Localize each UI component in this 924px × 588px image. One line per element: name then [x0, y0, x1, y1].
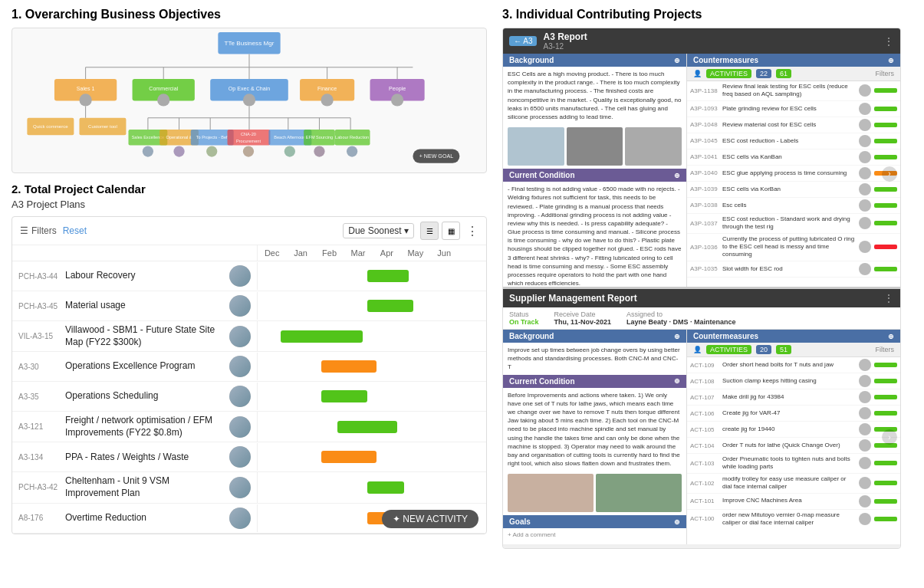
supplier-add-comment[interactable]: + Add a comment: [503, 528, 686, 541]
a3-more-icon[interactable]: ⋮: [883, 35, 894, 48]
list-item[interactable]: ACT-108 Suction clamp keeps hitting casi…: [687, 373, 900, 389]
activity-bar: [874, 499, 897, 504]
supplier-right-col: Countermeasures ⊕ 👤 ACTIVITIES 20 51 Fil…: [687, 330, 900, 544]
month-may: May: [401, 245, 429, 261]
list-item[interactable]: ACT-101 Improve CNC Machines Area: [687, 494, 900, 510]
list-item[interactable]: ACT-104 Order T nuts for lathe (Quick Ch…: [687, 438, 900, 454]
gantt-bar: [321, 451, 377, 463]
section2-title: 2. Total Project Calendar: [12, 182, 487, 195]
svg-point-55: [206, 146, 217, 156]
activity-bar: [874, 203, 897, 208]
svg-point-23: [391, 94, 403, 106]
activity-id: ACT-109: [690, 362, 719, 369]
table-row[interactable]: PCH-A3-45 Material usage: [12, 291, 486, 321]
reset-link[interactable]: Reset: [63, 225, 87, 236]
table-row[interactable]: A3-121 Freight / network optimisation / …: [12, 412, 486, 442]
table-row[interactable]: A8-176 Overtime Reduction ✦ NEW ACTIVITY: [12, 504, 486, 534]
list-item[interactable]: ACT-105 create jig for 19440: [687, 422, 900, 438]
avatar: [229, 446, 251, 468]
list-item[interactable]: A3P-1039 ESC cells via KorBan: [687, 182, 900, 198]
new-activity-button[interactable]: ✦ NEW ACTIVITY: [382, 510, 478, 528]
avatar: [859, 241, 871, 253]
filter-icon: ☰: [20, 225, 28, 236]
list-item[interactable]: ACT-107 Make drill jig for 43984: [687, 389, 900, 406]
project-id: A3-121: [18, 422, 61, 431]
project-left: PCH-A3-44 Labour Recovery: [12, 262, 258, 290]
table-row[interactable]: A3-134 PPA - Rates / Weights / Waste: [12, 442, 486, 472]
list-item[interactable]: A3P-1038 Esc cells: [687, 198, 900, 214]
due-button[interactable]: Due Soonest ▾: [343, 223, 414, 238]
supplier-more-icon[interactable]: ⋮: [883, 292, 894, 304]
list-item[interactable]: ACT-103 Order Pneumatic tools to tighten…: [687, 454, 900, 474]
activity-text: Current ESC plate inserting process is t…: [722, 279, 856, 281]
a3-current-condition-expand[interactable]: ⊕: [674, 172, 680, 179]
avatar: [859, 199, 871, 212]
supplier-filters-label[interactable]: Filters: [876, 346, 895, 353]
supplier-cm-expand[interactable]: ⊕: [888, 333, 894, 340]
avatar: [229, 356, 251, 377]
list-item[interactable]: ACT-102 modify trolley for easy use meas…: [687, 474, 900, 494]
list-item[interactable]: ACT-106 Create jig for VAR-47: [687, 406, 900, 422]
activity-id: ACT-103: [690, 460, 719, 467]
project-name: Villawood - SBM1 - Future State Site Map…: [65, 324, 225, 348]
list-item[interactable]: A3P-1036 Currently the process of puttin…: [687, 234, 900, 261]
a3-back-button[interactable]: ← A3: [509, 36, 537, 46]
a3-right-col: Countermeasures ⊕ 👤 ACTIVITIES 22 61 Fil…: [687, 54, 900, 289]
project-name: Freight / network optimisation / EFM Imp…: [65, 415, 225, 439]
calendar-view-button[interactable]: ▦: [442, 222, 460, 240]
svg-text:Sales 1: Sales 1: [77, 86, 95, 92]
activity-bar: [874, 88, 897, 93]
list-item[interactable]: A3P-1035 Slot width for ESC rod: [687, 261, 900, 278]
avatar: [859, 151, 871, 163]
supplier-activities-icon: 👤: [693, 346, 702, 353]
list-item[interactable]: ACT-109 Order short head bolts for T nut…: [687, 357, 900, 373]
avatar: [859, 375, 871, 387]
table-row[interactable]: PCH-A3-44 Labour Recovery: [12, 261, 486, 291]
gantt-bar-area: [258, 261, 486, 291]
a3-report-title: A3 Report: [543, 31, 587, 42]
list-item[interactable]: A3P-1045 ESC cost reduction - Labels: [687, 133, 900, 149]
table-row[interactable]: A3-35 Operations Scheduling: [12, 382, 486, 412]
activity-text: ESC cost reduction - Standard work and d…: [722, 215, 856, 232]
list-item[interactable]: A3P-1138 Review final leak testing for E…: [687, 81, 900, 101]
a3-countermeasures-expand[interactable]: ⊕: [888, 57, 894, 64]
list-item[interactable]: A3P-1048 Review material cost for ESC ce…: [687, 117, 900, 133]
avatar: [229, 295, 251, 317]
project-id: PCH-A3-44: [18, 272, 61, 281]
filter-button[interactable]: ☰ Filters: [20, 225, 57, 236]
supplier-goals-expand[interactable]: ⊕: [674, 518, 680, 526]
activity-text: modify trolley for easy use measure cali…: [722, 475, 856, 491]
supplier-cc-expand[interactable]: ⊕: [674, 377, 680, 385]
activity-id: A3P-1045: [690, 137, 719, 144]
supplier-activities-count2: 51: [776, 345, 791, 354]
project-left: A8-176 Overtime Reduction: [12, 504, 258, 532]
list-item[interactable]: A3P-1034 Current ESC plate inserting pro…: [687, 278, 900, 281]
gantt-avatar-header: [459, 245, 486, 261]
activity-bar: [874, 187, 897, 192]
list-view-button[interactable]: ☰: [420, 222, 439, 240]
svg-text:To Projects - Bef: To Projects - Bef: [196, 135, 228, 140]
section2-number: 2.: [12, 182, 21, 195]
list-item[interactable]: A3P-1093 Plate grinding review for ESC c…: [687, 101, 900, 117]
activity-id: A3P-1041: [690, 153, 719, 160]
list-item[interactable]: A3P-1040 ESC glue applying process is ti…: [687, 166, 900, 182]
activity-id: A3P-1036: [690, 244, 719, 251]
table-row[interactable]: A3-30 Operations Excellence Program: [12, 352, 486, 382]
table-row[interactable]: VIL-A3-15 Villawood - SBM1 - Future Stat…: [12, 321, 486, 352]
filters-label[interactable]: Filters: [876, 70, 895, 77]
list-item[interactable]: A3P-1041 ESC cells via KanBan: [687, 149, 900, 166]
list-item[interactable]: A3P-1037 ESC cost reduction - Standard w…: [687, 214, 900, 234]
activity-id: ACT-100: [690, 515, 719, 522]
avatar: [859, 407, 871, 419]
activity-text: ESC cells via KorBan: [722, 186, 856, 193]
project-name: Cheltenham - Unit 9 VSM Improvement Plan: [65, 475, 225, 499]
activity-bar: [874, 395, 897, 399]
supplier-scroll-right-arrow[interactable]: ›: [882, 429, 897, 445]
table-row[interactable]: PCH-A3-42 Cheltenham - Unit 9 VSM Improv…: [12, 472, 486, 503]
scroll-right-arrow[interactable]: ›: [882, 166, 897, 182]
supplier-bg-expand[interactable]: ⊕: [674, 333, 680, 340]
list-item[interactable]: ACT-100 order new Mitutoyo vernier 0-map…: [687, 510, 900, 526]
a3-background-expand[interactable]: ⊕: [674, 57, 680, 64]
assigned-value: Layne Beaty · DMS · Maintenance: [626, 318, 736, 326]
more-button[interactable]: ⋮: [466, 224, 478, 238]
